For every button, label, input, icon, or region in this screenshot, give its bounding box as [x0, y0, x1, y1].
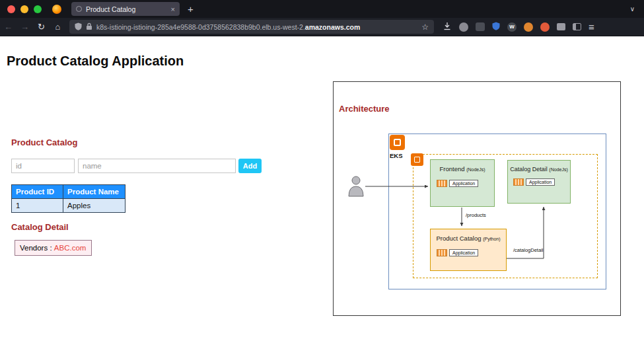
extension-red-icon[interactable]: [540, 22, 550, 32]
eks-label: EKS: [390, 152, 403, 159]
back-button[interactable]: ←: [0, 22, 17, 32]
eks-icon: [390, 135, 405, 150]
extension-orange-icon[interactable]: [524, 22, 533, 32]
application-chip-label: Application: [526, 178, 555, 186]
minimize-window-button[interactable]: [20, 5, 28, 13]
vendors-label: Vendors :: [20, 244, 52, 252]
add-button[interactable]: Add: [238, 159, 262, 173]
cell-product-name: Apples: [63, 199, 125, 213]
product-catalog-runtime: (Python): [483, 237, 500, 241]
architecture-diagram: EKS Frontend (NodeJs) Application Catalo…: [334, 82, 620, 315]
navbar-right-icons: W ≡: [443, 21, 594, 33]
product-name-input[interactable]: [78, 159, 236, 173]
frontend-app-chip: Application: [437, 180, 494, 187]
architecture-panel: Architecture EKS Frontend (NodeJs) Appli…: [333, 81, 621, 316]
product-id-input[interactable]: [11, 159, 75, 173]
tab-favicon-icon: [76, 6, 82, 12]
table-row: 1 Apples: [12, 199, 125, 213]
all-tabs-chevron-icon[interactable]: ∨: [630, 5, 635, 13]
bookmark-star-icon[interactable]: ☆: [421, 22, 429, 32]
url-bar[interactable]: k8s-istioing-istioing-285a4e9588-0d37585…: [69, 20, 434, 34]
tab-close-icon[interactable]: ×: [171, 5, 175, 13]
namespace-glyph: [414, 157, 420, 163]
column-header-product-name: Product Name: [63, 185, 125, 199]
product-catalog-node-title: Product Catalog (Python): [431, 235, 506, 242]
vendor-value: ABC.com: [54, 244, 87, 252]
catalog-detail-node: Catalog Detail (NodeJs) Application: [507, 160, 571, 204]
sidebar-icon[interactable]: [573, 23, 581, 30]
page-title: Product Catalog Application: [7, 54, 184, 69]
url-domain: amazonaws.com: [305, 23, 360, 31]
catalog-detail-heading: Catalog Detail: [11, 222, 69, 232]
tab-title: Product Catalog: [86, 5, 167, 13]
forward-button[interactable]: →: [17, 22, 33, 32]
column-header-product-id: Product ID: [12, 185, 63, 199]
frontend-node: Frontend (NodeJs) Application: [430, 159, 495, 207]
browser-navbar: ← → ↻ ⌂ k8s-istioing-istioing-285a4e9588…: [0, 18, 644, 36]
menu-icon[interactable]: ≡: [589, 22, 594, 32]
product-table: Product ID Product Name 1 Apples: [11, 184, 125, 213]
page-content: Product Catalog Application Product Cata…: [0, 36, 644, 345]
catalog-detail-title: Catalog Detail: [510, 166, 548, 172]
cell-product-id: 1: [12, 199, 63, 213]
new-tab-button[interactable]: +: [188, 4, 194, 14]
eks-glyph: [394, 139, 401, 146]
container-stripes-icon: [513, 178, 524, 186]
frontend-runtime: (NodeJs): [466, 167, 485, 172]
macos-traffic-lights: [7, 5, 42, 13]
browser-window: Product Catalog × + ∨ ← → ↻ ⌂ k8s-istioi…: [0, 0, 644, 345]
url-subdomain: k8s-istioing-istioing-285a4e9588-0d37585…: [96, 23, 305, 31]
firefox-icon: [52, 5, 61, 14]
url-text: k8s-istioing-istioing-285a4e9588-0d37585…: [96, 23, 417, 31]
lock-icon[interactable]: [86, 21, 92, 33]
catalog-detail-app-chip: Application: [513, 178, 570, 186]
reload-button[interactable]: ↻: [33, 22, 50, 32]
product-catalog-title: Product Catalog: [436, 235, 481, 242]
catalog-detail-runtime: (NodeJs): [549, 167, 567, 172]
container-stripes-icon: [437, 180, 447, 187]
catalog-detail-edge-label: /catalogDetail: [513, 247, 543, 253]
table-header-row: Product ID Product Name: [12, 185, 125, 199]
product-catalog-app-chip: Application: [437, 249, 506, 256]
browser-tab[interactable]: Product Catalog ×: [71, 2, 180, 16]
namespace-icon: [411, 153, 423, 166]
product-catalog-node: Product Catalog (Python) Application: [430, 229, 507, 271]
wallet-extension-icon[interactable]: [557, 23, 565, 30]
close-window-button[interactable]: [7, 5, 15, 13]
catalog-detail-node-title: Catalog Detail (NodeJs): [508, 166, 570, 172]
frontend-title: Frontend: [439, 165, 464, 172]
tracking-shield-icon[interactable]: [75, 21, 82, 33]
products-edge-label: /products: [466, 212, 486, 218]
product-catalog-heading: Product Catalog: [11, 137, 77, 147]
password-manager-shield-icon[interactable]: [492, 21, 500, 33]
maximize-window-button[interactable]: [34, 5, 42, 13]
vendor-box: Vendors : ABC.com: [15, 240, 92, 256]
screenshot-tool-icon[interactable]: [476, 22, 485, 31]
application-chip-label: Application: [449, 180, 478, 187]
user-icon: [349, 176, 363, 196]
download-icon[interactable]: [443, 21, 452, 33]
application-chip-label: Application: [449, 249, 478, 256]
container-stripes-icon: [437, 249, 447, 256]
wikipedia-extension-icon[interactable]: W: [507, 22, 517, 32]
frontend-node-title: Frontend (NodeJs): [431, 165, 494, 172]
browser-titlebar: Product Catalog × + ∨: [0, 0, 644, 18]
pocket-icon[interactable]: [459, 22, 468, 32]
home-button[interactable]: ⌂: [50, 22, 66, 32]
